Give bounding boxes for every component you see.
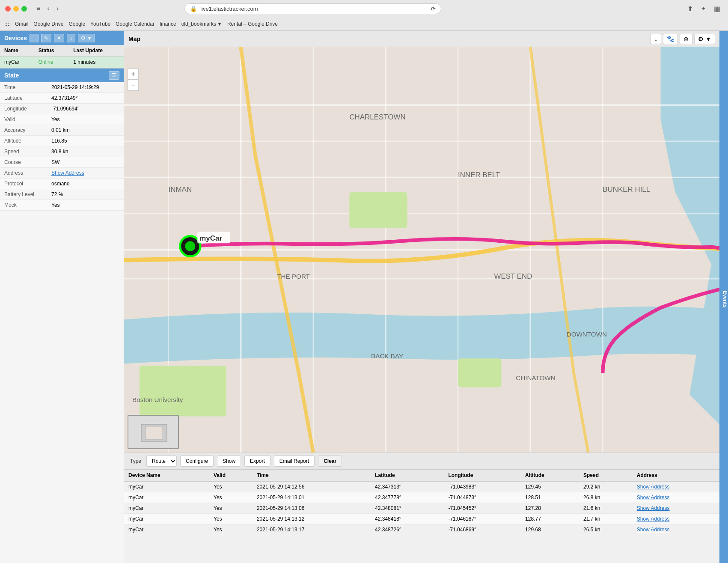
svg-point-29 <box>185 241 196 251</box>
state-row: Accuracy0.01 km <box>0 125 124 136</box>
edit-device-btn[interactable]: ✎ <box>41 34 51 42</box>
settings-device-btn[interactable]: ⚙ ▼ <box>78 34 95 42</box>
td-device: myCar <box>124 503 209 514</box>
zoom-in-btn[interactable]: + <box>128 69 139 80</box>
state-row: Latitude42.373149° <box>0 93 124 104</box>
device-row[interactable]: myCar Online 1 minutes <box>0 57 124 68</box>
col-header: Altitude <box>521 470 579 481</box>
state-key: Time <box>0 82 47 93</box>
map-panel: Map ↓ 🐾 ⊕ ⚙ ▼ <box>124 31 719 563</box>
td-device: myCar <box>124 481 209 492</box>
download-device-btn[interactable]: ↓ <box>67 34 75 42</box>
map-download-btn[interactable]: ↓ <box>651 34 661 44</box>
state-value: 42.373149° <box>47 93 124 104</box>
lock-icon: 🔒 <box>190 6 197 12</box>
clear-btn[interactable]: Clear <box>318 456 342 467</box>
new-tab-btn[interactable]: + <box>699 4 708 14</box>
td-address[interactable]: Show Address <box>633 503 719 514</box>
state-row: Altitude116.85 <box>0 136 124 146</box>
show-btn[interactable]: Show <box>217 456 241 467</box>
route-select[interactable]: Route <box>146 456 177 467</box>
state-value: SW <box>47 157 124 168</box>
bookmark-old[interactable]: old_bookmarks ▼ <box>181 21 222 27</box>
col-header: Valid <box>209 470 253 481</box>
state-row: CourseSW <box>0 157 124 168</box>
address-bar[interactable]: 🔒 live1.elastictracker.com ⟳ <box>184 3 441 14</box>
col-header: Speed <box>579 470 633 481</box>
state-title: State <box>4 72 19 79</box>
tabs-btn[interactable]: ▦ <box>711 4 723 14</box>
state-row: Battery Level72 % <box>0 189 124 200</box>
td-valid: Yes <box>209 503 253 514</box>
td-lat: 42.347313° <box>371 481 444 492</box>
state-key: Longitude <box>0 104 47 114</box>
events-sidebar[interactable]: Events <box>719 31 728 563</box>
col-header: Address <box>633 470 719 481</box>
col-header: Device Name <box>124 470 209 481</box>
back-btn[interactable]: ≡ <box>34 4 43 13</box>
bookmarks-bar: ☷ Gmail Google Drive Google YouTube Goog… <box>0 17 728 31</box>
col-last-update: Last Update <box>69 45 124 57</box>
bookmark-gmail[interactable]: Gmail <box>15 21 28 27</box>
svg-text:INMAN: INMAN <box>169 185 192 194</box>
map-header-controls: ↓ 🐾 ⊕ ⚙ ▼ <box>651 34 715 44</box>
td-address[interactable]: Show Address <box>633 524 719 535</box>
zoom-out-btn[interactable]: − <box>128 80 139 91</box>
svg-text:THE PORT: THE PORT <box>277 273 310 280</box>
export-btn[interactable]: Export <box>244 456 270 467</box>
td-speed: 29.2 kn <box>579 481 633 492</box>
state-value: 2021-05-29 14:19:29 <box>47 82 124 93</box>
map-paw-btn[interactable]: 🐾 <box>663 34 678 44</box>
nav-back-btn[interactable]: ‹ <box>45 4 52 13</box>
state-row: Longitude-71.096694° <box>0 104 124 114</box>
devices-table: Name Status Last Update myCar Online 1 m… <box>0 45 124 68</box>
td-lon: -71.046869° <box>444 524 521 535</box>
share-btn[interactable]: ⬆ <box>685 4 695 14</box>
configure-btn[interactable]: Configure <box>180 456 214 467</box>
td-address[interactable]: Show Address <box>633 492 719 503</box>
state-header: State ☰ <box>0 69 124 82</box>
svg-text:WEST END: WEST END <box>494 272 532 280</box>
browser-right-actions: ⬆ + ▦ <box>685 4 723 14</box>
svg-text:myCar: myCar <box>199 234 222 242</box>
td-address[interactable]: Show Address <box>633 514 719 524</box>
state-value: osmand <box>47 179 124 189</box>
svg-rect-15 <box>349 192 407 228</box>
email-report-btn[interactable]: Email Report <box>274 456 315 467</box>
td-alt: 129.45 <box>521 481 579 492</box>
bookmark-gdrive[interactable]: Google Drive <box>33 21 63 27</box>
td-alt: 129.68 <box>521 524 579 535</box>
td-speed: 26.5 kn <box>579 524 633 535</box>
map-settings-btn[interactable]: ⚙ ▼ <box>694 34 715 44</box>
bookmark-google[interactable]: Google <box>68 21 85 27</box>
close-window-btn[interactable] <box>5 6 11 12</box>
bottom-toolbar: Type Route Configure Show Export Email R… <box>124 453 719 469</box>
map-background: CHARLESTOWN INMAN INNER BELT BUNKER HILL… <box>124 47 719 453</box>
state-panel: State ☰ Time2021-05-29 14:19:29Latitude4… <box>0 68 124 563</box>
state-row: Speed30.8 kn <box>0 146 124 157</box>
bookmark-gcal[interactable]: Google Calendar <box>116 21 155 27</box>
bookmark-youtube[interactable]: YouTube <box>90 21 110 27</box>
title-bar: ≡ ‹ › 🔒 live1.elastictracker.com ⟳ ⬆ + ▦ <box>0 0 728 17</box>
state-key: Mock <box>0 200 47 211</box>
td-address[interactable]: Show Address <box>633 481 719 492</box>
bookmark-rental[interactable]: Rental – Google Drive <box>227 21 278 27</box>
minimize-window-btn[interactable] <box>13 6 19 12</box>
bookmark-finance[interactable]: finance <box>160 21 176 27</box>
td-speed: 21.6 kn <box>579 503 633 514</box>
state-value[interactable]: Show Address <box>47 168 124 179</box>
map-crosshair-btn[interactable]: ⊕ <box>680 34 692 44</box>
add-device-btn[interactable]: + <box>30 34 39 42</box>
col-status: Status <box>34 45 69 57</box>
state-value: 30.8 kn <box>47 146 124 157</box>
nav-forward-btn[interactable]: › <box>54 4 61 13</box>
state-key: Valid <box>0 114 47 125</box>
map-container[interactable]: CHARLESTOWN INMAN INNER BELT BUNKER HILL… <box>124 47 719 453</box>
td-lat: 42.348081° <box>371 503 444 514</box>
refresh-icon[interactable]: ⟳ <box>431 6 436 12</box>
delete-device-btn[interactable]: ✕ <box>54 34 64 42</box>
state-list-btn[interactable]: ☰ <box>109 71 119 80</box>
state-key: Speed <box>0 146 47 157</box>
state-row: Protocolosmand <box>0 179 124 189</box>
maximize-window-btn[interactable] <box>21 6 27 12</box>
